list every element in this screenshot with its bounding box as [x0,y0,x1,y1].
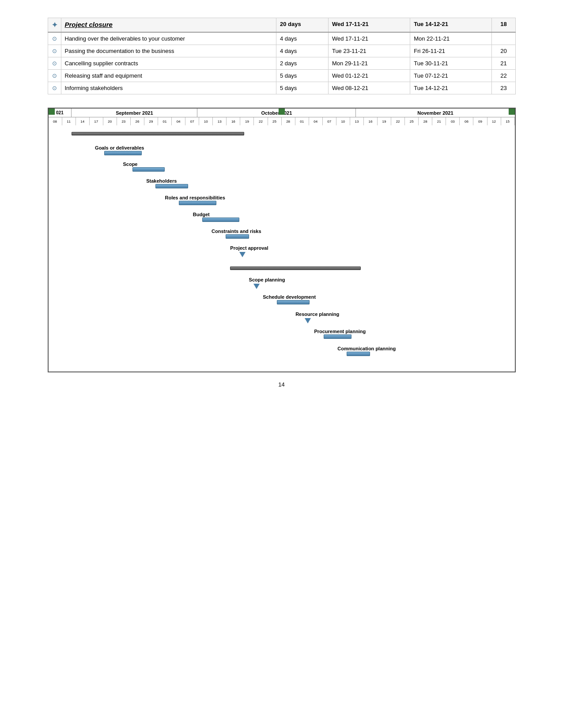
row-start-2: Mon 29-11-21 [328,57,410,70]
label-procurement: Procurement planning [314,329,366,334]
row-end-2: Tue 30-11-21 [410,57,492,70]
bar-goals [104,151,141,155]
label-schedule: Schedule development [263,294,316,300]
row-icon-4: ⊙ [48,82,61,94]
table-row: ⊙ Passing the documentation to the busin… [48,45,515,57]
day-cell-24: 19 [378,117,391,125]
row-duration-4: 5 days [276,82,329,94]
label-stakeholders: Stakeholders [146,178,177,184]
row-start-1: Tue 23-11-21 [328,45,410,57]
corner-handle-tl[interactable] [49,109,55,115]
day-cell-29: 03 [446,117,460,125]
day-cell-26: 25 [405,117,419,125]
bar-schedule [277,300,310,304]
label-budget: Budget [193,212,210,217]
day-cell-22: 13 [350,117,364,125]
day-cell-13: 16 [227,117,240,125]
gantt-days-overlay: 0811141720232629010407101316192225280104… [49,117,515,125]
milestone-scope-planning [253,284,260,289]
day-cell-27: 28 [419,117,432,125]
day-cell-16: 25 [268,117,282,125]
page-number: 14 [48,381,516,388]
month-nov: November 2021 [356,109,514,117]
bar-roles [179,201,216,205]
label-communication: Communication planning [337,346,396,351]
day-cell-8: 01 [158,117,172,125]
label-constraints: Constraints and risks [212,229,261,234]
row-name-0: Handing over the deliverables to your cu… [61,32,276,45]
day-cell-4: 20 [103,117,117,125]
row-start-3: Wed 01-12-21 [328,70,410,82]
row-start-0: Wed 17-11-21 [328,32,410,45]
label-project-approval: Project approval [230,245,268,251]
milestone-project-approval [239,252,246,257]
day-cell-25: 22 [391,117,405,125]
day-cell-6: 26 [131,117,144,125]
row-start-4: Wed 08-12-21 [328,82,410,94]
day-cell-32: 12 [487,117,501,125]
day-cell-33: 15 [501,117,515,125]
row-end-3: Tue 07-12-21 [410,70,492,82]
bar-communication [347,352,370,356]
month-sep: September 2021 [72,109,197,117]
row-duration-1: 4 days [276,45,329,57]
summary-bar-1 [72,132,244,135]
day-cell-31: 09 [473,117,487,125]
row-duration-2: 2 days [276,57,329,70]
day-cell-10: 07 [185,117,199,125]
row-icon-1: ⊙ [48,45,61,57]
project-closure-title: Project closure [65,21,113,28]
day-cell-5: 23 [117,117,131,125]
bar-scope [132,167,165,172]
table-header-row: ✦ Project closure 20 days Wed 17-11-21 T… [48,18,515,33]
header-duration: 20 days [276,18,329,33]
corner-handle-tr[interactable] [509,109,515,115]
day-cell-12: 13 [213,117,227,125]
bar-constraints [226,234,249,239]
row-end-0: Mon 22-11-21 [410,32,492,45]
gantt-body: Goals or deliverables Scope Stakeholders… [49,125,515,372]
milestone-resource [305,318,311,323]
day-cell-30: 06 [460,117,473,125]
row-name-3: Releasing staff and equipment [61,70,276,82]
day-cell-19: 04 [309,117,323,125]
row-icon-2: ⊙ [48,57,61,70]
row-icon-0: ⊙ [48,32,61,45]
row-num-4: 23 [492,82,515,94]
day-cell-2: 14 [76,117,90,125]
project-table: ✦ Project closure 20 days Wed 17-11-21 T… [48,18,516,94]
day-cell-17: 28 [282,117,295,125]
day-cell-15: 22 [254,117,268,125]
corner-handle-tm[interactable] [279,109,285,115]
day-cell-1: 11 [62,117,76,125]
day-cell-18: 01 [295,117,309,125]
label-resource: Resource planning [295,311,339,317]
bar-procurement [324,334,351,339]
summary-bar-2 [230,266,361,270]
month-oct: October 2021 [197,109,356,117]
day-cell-7: 29 [144,117,158,125]
row-num-0 [492,32,515,45]
day-cell-21: 10 [336,117,350,125]
header-start: Wed 17-11-21 [328,18,410,33]
header-icon-cell: ✦ [48,18,61,33]
day-cell-9: 04 [172,117,185,125]
row-duration-0: 4 days [276,32,329,45]
header-end: Tue 14-12-21 [410,18,492,33]
day-cell-28: 21 [432,117,446,125]
row-name-2: Cancelling supplier contracts [61,57,276,70]
day-cell-3: 17 [90,117,103,125]
table-row: ⊙ Cancelling supplier contracts 2 days M… [48,57,515,70]
row-duration-3: 5 days [276,70,329,82]
label-roles: Roles and responsibilities [165,195,225,200]
row-num-3: 22 [492,70,515,82]
label-scope: Scope [123,161,137,167]
table-row: ⊙ Handing over the deliverables to your … [48,32,515,45]
row-num-2: 21 [492,57,515,70]
row-end-4: Tue 14-12-21 [410,82,492,94]
row-end-1: Fri 26-11-21 [410,45,492,57]
page-container: ✦ Project closure 20 days Wed 17-11-21 T… [39,0,525,405]
table-row: ⊙ Releasing staff and equipment 5 days W… [48,70,515,82]
label-goals: Goals or deliverables [95,145,144,150]
header-num: 18 [492,18,515,33]
